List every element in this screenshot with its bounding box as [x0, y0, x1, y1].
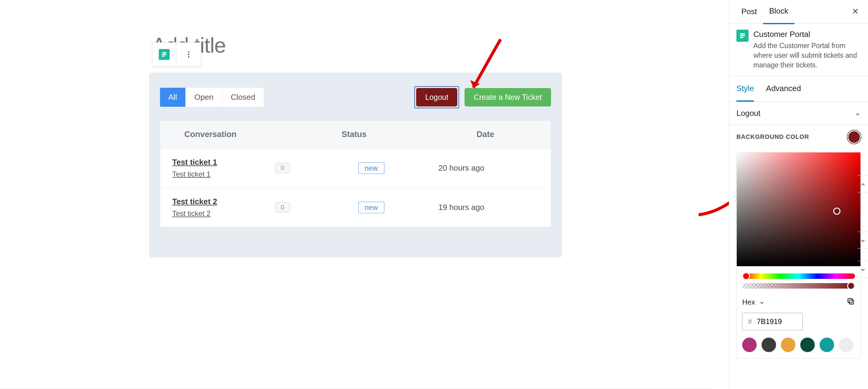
status-badge: new: [359, 162, 384, 174]
more-vertical-icon: [188, 52, 189, 57]
tickets-table: Conversation Status Date Test ticket 1 T…: [160, 120, 551, 227]
preset-swatch[interactable]: [800, 337, 815, 352]
chevron-down-icon: [860, 266, 866, 272]
alpha-slider[interactable]: [742, 283, 855, 289]
block-description: Add the Customer Portal from where user …: [753, 41, 861, 70]
saturation-area[interactable]: [737, 152, 861, 266]
filter-tab-closed[interactable]: Closed: [222, 88, 264, 107]
style-tabs: Style Advanced: [729, 77, 868, 102]
block-type-button[interactable]: [152, 43, 177, 66]
block-toolbar: [152, 42, 201, 66]
preset-swatch[interactable]: [839, 337, 854, 352]
block-summary: Customer Portal Add the Customer Portal …: [729, 24, 868, 77]
chevron-down-icon[interactable]: [759, 299, 765, 305]
reply-count-badge: 0: [275, 202, 290, 212]
sidebar-tabs: Post Block: [729, 0, 868, 24]
preset-swatch[interactable]: [781, 337, 796, 352]
color-picker: Hex #: [737, 152, 861, 358]
table-row: Test ticket 2 Test ticket 2 0 new 19 hou…: [160, 188, 551, 227]
hue-thumb[interactable]: [742, 272, 750, 280]
saturation-cursor[interactable]: [833, 208, 840, 215]
filter-tabs: All Open Closed: [160, 88, 264, 107]
col-conversation: Conversation: [173, 130, 342, 139]
settings-sidebar: Post Block Customer Portal Add the Custo…: [729, 0, 868, 389]
preset-swatch[interactable]: [742, 337, 757, 352]
portal-block-icon: [159, 49, 170, 60]
hue-slider[interactable]: [742, 273, 855, 279]
block-more-button[interactable]: [177, 43, 201, 66]
ticket-title-link[interactable]: Test ticket 2: [173, 197, 275, 206]
background-color-row: BACKGROUND COLOR: [729, 125, 868, 149]
hex-hash: #: [748, 317, 752, 326]
ticket-date: 20 hours ago: [384, 163, 539, 173]
table-row: Test ticket 1 Test ticket 1 0 new 20 hou…: [160, 149, 551, 188]
panel-logout[interactable]: Logout: [729, 102, 868, 125]
ticket-title-link[interactable]: Test ticket 1: [173, 158, 275, 167]
color-format-label: Hex: [742, 298, 755, 306]
panel-stub[interactable]: [858, 261, 868, 278]
status-badge: new: [359, 202, 384, 213]
preset-colors: [737, 330, 861, 352]
portal-block-icon: [737, 30, 748, 42]
logout-button[interactable]: Logout: [416, 88, 457, 107]
filter-tab-open[interactable]: Open: [186, 88, 222, 107]
preset-swatch[interactable]: [762, 337, 776, 352]
close-sidebar-button[interactable]: [849, 6, 862, 17]
hex-input-wrap: #: [742, 313, 803, 330]
tab-block[interactable]: Block: [763, 0, 795, 24]
col-status: Status: [342, 130, 433, 139]
annotation-arrow-icon: [464, 36, 506, 97]
panel-stub[interactable]: [858, 175, 868, 192]
customer-portal-block: All Open Closed Logout Create a New Tick…: [149, 72, 562, 258]
close-icon: [852, 7, 859, 15]
preset-swatch[interactable]: [819, 337, 834, 352]
chevron-down-icon: [860, 237, 866, 243]
block-name: Customer Portal: [753, 30, 861, 39]
panel-stub[interactable]: [858, 232, 868, 249]
chevron-up-icon: [855, 110, 861, 116]
bgcolor-swatch[interactable]: [847, 130, 861, 144]
panel-logout-label: Logout: [737, 109, 761, 118]
alpha-thumb[interactable]: [847, 282, 855, 290]
bgcolor-label: BACKGROUND COLOR: [737, 133, 809, 140]
svg-rect-3: [848, 298, 852, 302]
hex-input[interactable]: [757, 317, 793, 326]
svg-rect-2: [849, 300, 854, 304]
collapsed-panel-edges: [858, 175, 868, 278]
chevron-up-icon: [860, 181, 866, 187]
ticket-date: 19 hours ago: [384, 203, 539, 212]
logout-selected-outline: Logout: [414, 86, 459, 108]
copy-color-button[interactable]: [846, 297, 855, 307]
tickets-header-row: Conversation Status Date: [160, 121, 551, 149]
reply-count-badge: 0: [275, 163, 290, 173]
tab-style[interactable]: Style: [737, 77, 754, 102]
ticket-subtitle-link[interactable]: Test ticket 1: [173, 170, 211, 178]
filter-tab-all[interactable]: All: [160, 88, 186, 107]
col-date: Date: [433, 130, 539, 139]
ticket-subtitle-link[interactable]: Test ticket 2: [173, 209, 211, 217]
tab-advanced[interactable]: Advanced: [766, 77, 801, 102]
copy-icon: [846, 297, 855, 305]
tab-post[interactable]: Post: [735, 0, 763, 24]
